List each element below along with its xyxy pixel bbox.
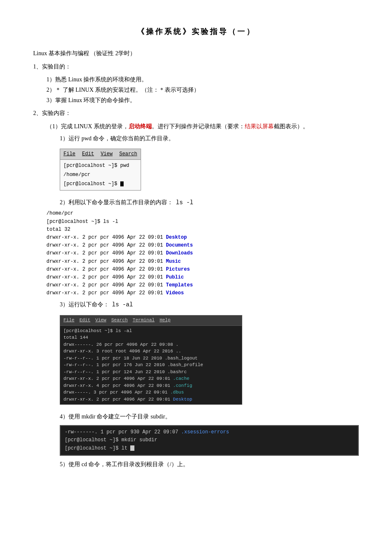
menu-terminal[interactable]: Terminal [133, 316, 155, 325]
section1-item-3: 3）掌握 Linux 环境下的命令操作。 [46, 95, 359, 105]
menu-file[interactable]: File [63, 150, 75, 159]
page-title: 《操作系统》实验指导（一） [33, 25, 359, 38]
section1-items: 1）熟悉 Linux 操作系统的环境和使用。 2）＊ 了解 LINUX 系统的安… [46, 74, 359, 106]
section1-label: 1、实验目的： [33, 61, 359, 72]
menu-view2[interactable]: View [95, 316, 106, 325]
menu-search[interactable]: Search [119, 150, 137, 159]
step1-label: 1）运行 pwd 命令，确定你当前的工作目录。 [60, 133, 359, 144]
section2-intro: （1）完成 LINUX 系统的登录，启动终端。进行下列操作并记录结果（要求：结果… [46, 121, 359, 132]
subtitle: Linux 基本操作与编程 （验证性 2学时） [33, 48, 359, 59]
menu-search2[interactable]: Search [111, 316, 128, 325]
menu-edit2[interactable]: Edit [79, 316, 90, 325]
step3-label: 3）运行以下命令： ls -al [60, 299, 359, 310]
section2-label: 2、实验内容： [33, 108, 359, 118]
step4-label: 4）使用 mkdir 命令建立一个子目录 subdir。 [60, 411, 359, 422]
menu-view[interactable]: View [101, 150, 113, 159]
terminal-titlebar2: File Edit View Search Terminal Help [60, 315, 242, 326]
terminal-titlebar: File Edit View Search [60, 149, 141, 160]
step5-label: 5）使用 cd 命令，将工作目录改到根目录（/）上。 [60, 459, 359, 469]
step4-terminal: -rw-------. 1 pcr pcr 930 Apr 22 09:07 .… [60, 425, 359, 456]
menu-help[interactable]: Help [160, 316, 170, 325]
terminal-body2: [pcr@localhost ~]$ ls -al total 144 drwx… [60, 326, 242, 405]
step3-terminal: File Edit View Search Terminal Help [pcr… [60, 315, 242, 405]
menu-file2[interactable]: File [63, 316, 74, 325]
terminal-body: [pcr@localhost ~]$ pwd /home/pcr [pcr@lo… [60, 160, 141, 190]
menu-edit[interactable]: Edit [82, 150, 94, 159]
section1-item-2: 2）＊ 了解 LINUX 系统的安装过程。（注：＊表示可选择） [46, 85, 359, 95]
section1-item-1: 1）熟悉 Linux 操作系统的环境和使用。 [46, 74, 359, 85]
terminal-body4: -rw-------. 1 pcr pcr 930 Apr 22 09:07 .… [61, 426, 358, 455]
step2-label: 2）利用以下命令显示当前工作目录的内容： ls -l [60, 197, 359, 208]
step1-terminal: File Edit View Search [pcr@localhost ~]$… [60, 149, 141, 191]
step2-ls-output: /home/pcr [pcr@localhost ~]$ ls -l total… [46, 210, 359, 297]
